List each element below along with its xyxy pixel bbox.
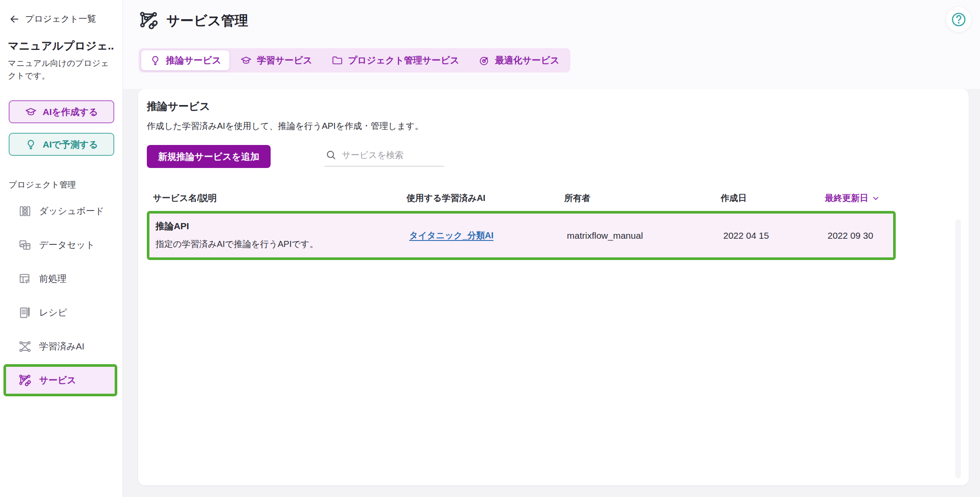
panel-title: 推論サービス (147, 99, 960, 113)
tab-project-management-service[interactable]: プロジェクト管理サービス (323, 50, 467, 70)
create-ai-button[interactable]: AIを作成する (9, 100, 114, 123)
folder-icon (331, 55, 343, 66)
main-content: サービス管理 推論サービス 学習サービス プロジェクト管理サービス 最適化サー (123, 0, 980, 497)
table-row[interactable]: 推論API 指定の学習済みAIで推論を行うAPIです。 タイタニック_分類AI … (149, 214, 893, 257)
column-header-owner: 所有者 (558, 192, 715, 204)
sidebar-item-service[interactable]: サービス (6, 367, 115, 394)
recipe-icon (18, 306, 32, 319)
service-management-icon (139, 10, 159, 31)
predict-ai-label: AIで予測する (43, 138, 98, 151)
table-header-row: サービス名/説明 使用する学習済みAI 所有者 作成日 最終更新日 (147, 192, 896, 204)
help-icon (950, 11, 967, 28)
trained-ai-link[interactable]: タイタニック_分類AI (409, 230, 493, 240)
annotation-highlight-service: サービス (3, 364, 117, 396)
tab-label: 学習サービス (257, 54, 312, 66)
sidebar-nav: ダッシュボード データセット 前処理 レシピ 学習済みAI サー (0, 194, 122, 396)
updated-date-cell: 2022 09 30 (821, 230, 891, 241)
sidebar-item-dashboard[interactable]: ダッシュボード (0, 194, 122, 228)
column-header-updated-label: 最終更新日 (825, 192, 868, 204)
tab-training-service[interactable]: 学習サービス (232, 50, 320, 70)
help-button[interactable] (946, 7, 971, 32)
create-ai-label: AIを作成する (43, 106, 98, 118)
app-window: プロジェクト一覧 マニュアルプロジェ... マニュアル向けのプロジェクトです。 … (0, 0, 980, 497)
services-table: サービス名/説明 使用する学習済みAI 所有者 作成日 最終更新日 推論API … (147, 192, 896, 260)
panel-description: 作成した学習済みAIを使用して、推論を行うAPIを作成・管理します。 (147, 120, 960, 132)
search-input[interactable] (342, 150, 433, 160)
scrollbar[interactable] (955, 219, 961, 478)
sidebar-item-preprocess[interactable]: 前処理 (0, 262, 122, 296)
inference-service-panel: 推論サービス 作成した学習済みAIを使用して、推論を行うAPIを作成・管理します… (138, 89, 969, 485)
sidebar-item-label: 学習済みAI (39, 340, 84, 352)
service-tabs: 推論サービス 学習サービス プロジェクト管理サービス 最適化サービス (139, 48, 570, 72)
sidebar-item-label: サービス (39, 374, 76, 386)
service-name-cell: 推論API 指定の学習済みAIで推論を行うAPIです。 (149, 214, 403, 257)
graduation-cap-icon (240, 55, 252, 66)
sidebar-item-label: ダッシュボード (39, 205, 104, 217)
project-name: マニュアルプロジェ... (8, 39, 114, 53)
sidebar-item-dataset[interactable]: データセット (0, 228, 122, 262)
annotation-highlight-row: 推論API 指定の学習済みAIで推論を行うAPIです。 タイタニック_分類AI … (147, 211, 896, 260)
sidebar-item-trained-ai[interactable]: 学習済みAI (0, 329, 122, 363)
sidebar: プロジェクト一覧 マニュアルプロジェ... マニュアル向けのプロジェクトです。 … (0, 0, 123, 497)
lightbulb-icon (25, 138, 37, 151)
add-inference-service-button[interactable]: 新規推論サービスを追加 (147, 145, 271, 168)
back-link-label: プロジェクト一覧 (25, 13, 96, 25)
dashboard-icon (18, 204, 32, 218)
sidebar-item-label: データセット (39, 239, 95, 251)
owner-cell: matrixflow_manual (561, 230, 717, 241)
column-header-trained-ai: 使用する学習済みAI (401, 192, 558, 204)
tab-inference-service[interactable]: 推論サービス (141, 50, 229, 70)
created-date-cell: 2022 04 15 (717, 230, 821, 241)
tab-optimization-service[interactable]: 最適化サービス (470, 50, 567, 70)
tab-label: 最適化サービス (495, 54, 559, 66)
column-header-name: サービス名/説明 (147, 192, 401, 204)
tab-label: 推論サービス (166, 54, 221, 66)
preprocess-icon (18, 272, 32, 286)
tab-label: プロジェクト管理サービス (348, 54, 459, 66)
search-field[interactable] (324, 145, 444, 167)
chevron-down-icon (871, 194, 880, 203)
trained-ai-cell: タイタニック_分類AI (403, 230, 561, 241)
service-name: 推論API (156, 220, 403, 232)
trained-ai-icon (18, 340, 32, 353)
back-arrow-icon (9, 13, 20, 25)
lightbulb-icon (149, 55, 161, 66)
sidebar-section-label: プロジェクト管理 (9, 179, 114, 191)
service-description: 指定の学習済みAIで推論を行うAPIです。 (156, 238, 403, 250)
sidebar-item-label: 前処理 (39, 273, 66, 285)
project-description: マニュアル向けのプロジェクトです。 (8, 57, 114, 82)
graduation-cap-icon (25, 106, 37, 118)
dataset-icon (18, 238, 32, 252)
sidebar-item-label: レシピ (39, 306, 67, 319)
page-title: サービス管理 (166, 12, 248, 30)
back-link[interactable]: プロジェクト一覧 (0, 13, 122, 25)
service-icon (18, 374, 32, 387)
predict-ai-button[interactable]: AIで予測する (9, 133, 114, 156)
sidebar-item-recipe[interactable]: レシピ (0, 296, 122, 329)
column-header-created: 作成日 (715, 192, 819, 204)
target-icon (478, 55, 490, 66)
main-header-area: サービス管理 推論サービス 学習サービス プロジェクト管理サービス 最適化サー (123, 0, 980, 89)
column-header-updated-sort[interactable]: 最終更新日 (819, 192, 891, 204)
search-icon (325, 149, 337, 161)
